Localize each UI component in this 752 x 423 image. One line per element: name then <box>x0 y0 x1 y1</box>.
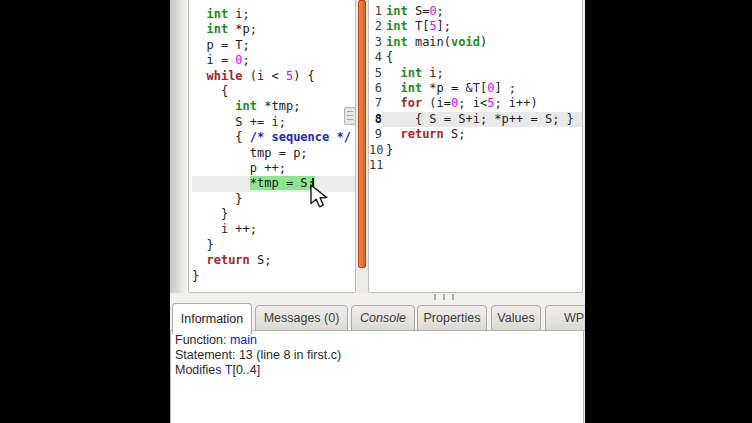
frama-c-window: int i; int *p; p = T; i = 0; while (i < … <box>170 0 585 423</box>
vertical-scrollbar[interactable] <box>356 0 368 293</box>
left-pane-gutter <box>170 0 188 293</box>
tab-values[interactable]: Values <box>491 305 541 331</box>
code-line[interactable]: 8 { S = S+i; *p++ = S; } <box>369 112 582 127</box>
tab-properties[interactable]: Properties <box>417 305 487 331</box>
modifies-range: [0..4] <box>232 363 260 377</box>
code-line[interactable]: { /* sequence */ <box>192 130 355 145</box>
line-number: 11 <box>369 158 382 173</box>
tab-console[interactable]: Console <box>351 305 415 331</box>
code-line[interactable]: return S; <box>192 253 355 268</box>
function-info: Function: main <box>175 333 579 348</box>
grip-lines-icon <box>347 111 353 121</box>
line-number: 2 <box>369 19 382 34</box>
line-number: 6 <box>369 81 382 96</box>
code-line[interactable]: i = 0; <box>192 53 355 68</box>
code-line[interactable]: int i; <box>192 7 355 22</box>
function-label: Function: <box>175 333 230 347</box>
code-line[interactable]: } <box>192 269 355 284</box>
code-line[interactable]: tmp = p; <box>192 146 355 161</box>
line-number: 10 <box>369 143 382 158</box>
line-number: 5 <box>369 66 382 81</box>
code-line[interactable]: 2int T[5]; <box>369 19 582 34</box>
code-line[interactable]: 3int main(void) <box>369 35 582 50</box>
code-line[interactable]: while (i < 5) { <box>192 69 355 84</box>
line-number: 4 <box>369 50 382 65</box>
code-line[interactable]: 6 int *p = &T[0] ; <box>369 81 582 96</box>
source-code-panel[interactable]: 1int S=0;2int T[5];3int main(void)4{5 in… <box>368 0 583 293</box>
line-number: 3 <box>369 35 382 50</box>
information-panel: Function: main Statement: 13 (line 8 in … <box>170 330 584 423</box>
mouse-cursor-icon <box>310 184 332 210</box>
modifies-info: Modifies T[0..4] <box>175 363 579 378</box>
function-name-link[interactable]: main <box>230 333 257 347</box>
scrollbar-thumb[interactable] <box>358 0 366 268</box>
normalized-code-panel[interactable]: int i; int *p; p = T; i = 0; while (i < … <box>188 0 356 293</box>
code-line[interactable]: 4{ <box>369 50 582 65</box>
line-number: 9 <box>369 127 382 142</box>
code-line[interactable]: S += i; <box>192 115 355 130</box>
bottom-tab-bar: InformationMessages (0)ConsoleProperties… <box>170 303 585 331</box>
horizontal-splitter-grip[interactable] <box>434 294 458 300</box>
statement-info: Statement: 13 (line 8 in first.c) <box>175 348 579 363</box>
code-line[interactable]: p = T; <box>192 38 355 53</box>
code-line[interactable]: } <box>192 238 355 253</box>
line-number: 8 <box>369 112 382 127</box>
code-line[interactable]: 11 <box>369 158 582 173</box>
code-line[interactable]: p ++; <box>192 161 355 176</box>
code-line[interactable]: 10} <box>369 143 582 158</box>
code-line[interactable]: 7 for (i=0; i<5; i++) <box>369 96 582 111</box>
line-number: 1 <box>369 4 382 19</box>
tab-wp[interactable]: WP <box>545 305 585 331</box>
tab-information[interactable]: Information <box>172 303 252 334</box>
code-line[interactable]: 9 return S; <box>369 127 582 142</box>
tab-messages-0[interactable]: Messages (0) <box>255 305 348 331</box>
code-line[interactable]: int *tmp; <box>192 99 355 114</box>
line-number: 7 <box>369 96 382 111</box>
code-line[interactable]: 1int S=0; <box>369 4 582 19</box>
code-line[interactable]: 5 int i; <box>369 66 582 81</box>
modifies-label: Modifies <box>175 363 225 377</box>
code-line[interactable]: i ++; <box>192 222 355 237</box>
pane-splitter-grip[interactable] <box>344 107 356 125</box>
code-line[interactable]: { <box>192 84 355 99</box>
code-line[interactable]: int *p; <box>192 22 355 37</box>
